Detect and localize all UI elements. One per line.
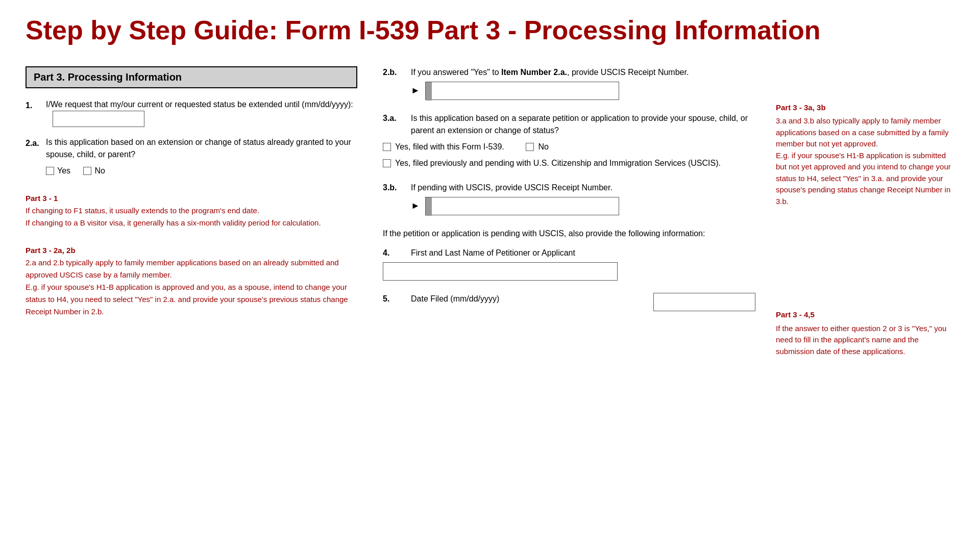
note-part3-3a3b-title: Part 3 - 3a, 3b [776, 102, 954, 114]
item3a-opt2-label: Yes, filed previously and pending with U… [395, 157, 721, 169]
item3a-opt2-row: Yes, filed previously and pending with U… [383, 157, 755, 169]
item2b-num: 2.b. [383, 66, 411, 79]
note-part3-45: Part 3 - 4,5 If the answer to either que… [776, 309, 954, 357]
pending-text: If the petition or application is pendin… [383, 228, 755, 240]
item4-label: First and Last Name of Petitioner or App… [411, 247, 755, 259]
item1-num: 1. [26, 98, 46, 127]
center-item-3b-header: 3.b. If pending with USCIS, provide USCI… [383, 182, 755, 194]
center-item-3a: 3.a. Is this application based on a sepa… [383, 112, 755, 169]
center-item-4-header: 4. First and Last Name of Petitioner or … [383, 247, 755, 259]
item1-text: I/We request that my/our current or requ… [46, 100, 353, 109]
item4-name-input[interactable] [383, 262, 618, 281]
item4-num: 4. [383, 247, 411, 259]
item2b-receipt-row: ► [411, 82, 755, 100]
item3a-opt1-checkbox[interactable] [383, 143, 391, 151]
item2b-receipt-input[interactable] [425, 82, 619, 100]
item2b-text: If you answered "Yes" to Item Number 2.a… [411, 66, 755, 79]
center-item-2b: 2.b. If you answered "Yes" to Item Numbe… [383, 66, 755, 100]
item2a-text: Is this application based on an extensio… [46, 136, 357, 161]
note-part3-45-body: If the answer to either question 2 or 3 … [776, 323, 954, 358]
item3a-opt1-row: Yes, filed with this Form I-539. No [383, 141, 755, 153]
item2a-content: Is this application based on an extensio… [46, 136, 357, 177]
item2a-options: Yes No [46, 165, 357, 177]
item2a-num: 2.a. [26, 136, 46, 177]
form-item-1: 1. I/We request that my/our current or r… [26, 98, 357, 127]
center-item-3b: 3.b. If pending with USCIS, provide USCI… [383, 182, 755, 215]
section-header: Part 3. Processing Information [26, 66, 357, 88]
note-part3-2a2b: Part 3 - 2a, 2b 2.a and 2.b typically ap… [26, 244, 357, 318]
center-item-5: 5. Date Filed (mm/dd/yyyy) [383, 293, 755, 311]
note-part3-45-title: Part 3 - 4,5 [776, 309, 954, 321]
item2b-arrow: ► [411, 84, 420, 97]
item1-content: I/We request that my/our current or requ… [46, 98, 357, 127]
note-part3-1: Part 3 - 1 If changing to F1 status, it … [26, 192, 357, 229]
item3a-opt1-label: Yes, filed with this Form I-539. [395, 141, 504, 153]
item3b-receipt-input[interactable] [425, 197, 619, 215]
note-part3-2a2b-title: Part 3 - 2a, 2b [26, 244, 357, 257]
item2a-yes-label: Yes [57, 165, 70, 177]
center-item-2b-header: 2.b. If you answered "Yes" to Item Numbe… [383, 66, 755, 79]
page-title: Step by Step Guide: Form I-539 Part 3 - … [26, 15, 954, 46]
item3a-text: Is this application based on a separate … [411, 112, 755, 137]
item3a-no-checkbox[interactable] [526, 143, 534, 151]
center-column: 2.b. If you answered "Yes" to Item Numbe… [373, 66, 766, 376]
item3b-num: 3.b. [383, 182, 411, 194]
center-item-4: 4. First and Last Name of Petitioner or … [383, 247, 755, 281]
item3b-text: If pending with USCIS, provide USCIS Rec… [411, 182, 755, 194]
item3a-opt2-checkbox[interactable] [383, 159, 391, 167]
note-part3-1-title: Part 3 - 1 [26, 192, 357, 205]
center-item-3a-header: 3.a. Is this application based on a sepa… [383, 112, 755, 137]
note-part3-1-body: If changing to F1 status, it usually ext… [26, 205, 357, 229]
left-column: Part 3. Processing Information 1. I/We r… [26, 66, 373, 376]
item3a-options: Yes, filed with this Form I-539. No Yes,… [383, 141, 755, 169]
item5-num: 5. [383, 293, 411, 311]
note-part3-3a3b-body: 3.a and 3.b also typically apply to fami… [776, 115, 954, 207]
item1-date-input[interactable] [53, 111, 144, 127]
item3b-arrow: ► [411, 199, 420, 213]
center-item-5-header: 5. Date Filed (mm/dd/yyyy) [383, 293, 755, 311]
form-item-2a: 2.a. Is this application based on an ext… [26, 136, 357, 177]
item3b-receipt-row: ► [411, 197, 755, 215]
note-part3-3a3b: Part 3 - 3a, 3b 3.a and 3.b also typical… [776, 102, 954, 208]
right-column: Part 3 - 3a, 3b 3.a and 3.b also typical… [766, 66, 954, 376]
item2a-no-label: No [94, 165, 105, 177]
item2a-no-checkbox[interactable] [83, 167, 91, 175]
item5-label: Date Filed (mm/dd/yyyy) [411, 293, 647, 311]
item3a-num: 3.a. [383, 112, 411, 137]
note-part3-2a2b-body: 2.a and 2.b typically apply to family me… [26, 257, 357, 318]
item5-date-input[interactable] [653, 293, 755, 311]
item2a-yes-checkbox[interactable] [46, 167, 54, 175]
item3a-no-label: No [538, 141, 548, 153]
